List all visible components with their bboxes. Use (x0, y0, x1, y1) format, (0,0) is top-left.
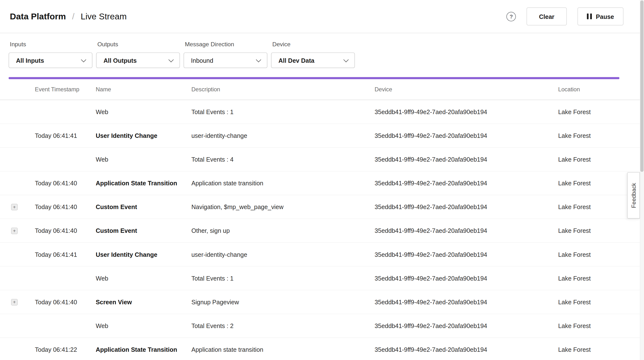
cell-location: Lake Forest (558, 156, 644, 163)
vertical-scrollbar[interactable] (640, 0, 644, 360)
cell-description: user-identity-change (192, 132, 375, 139)
pause-icon (587, 13, 592, 19)
cell-description: Total Events : 1 (192, 108, 375, 115)
table-body: Web Total Events : 1 35eddb41-9ff9-49e2-… (0, 100, 644, 360)
filter-dropdown[interactable]: Inbound (184, 53, 268, 68)
filter-label: Inputs (9, 41, 92, 47)
table-row[interactable]: Web Total Events : 4 35eddb41-9ff9-49e2-… (0, 148, 644, 171)
cell-description: Other, sign up (192, 227, 375, 234)
cell-description: Total Events : 2 (192, 322, 375, 329)
cell-device: 35eddb41-9ff9-49e2-7aed-20afa90eb194 (375, 251, 558, 258)
cell-name: Custom Event (96, 203, 191, 210)
expand-cell (0, 109, 35, 115)
col-location: Location (558, 86, 644, 93)
table-row[interactable]: + Today 06:41:40 Custom Event Navigation… (0, 195, 644, 219)
cell-description: Signup Pageview (192, 299, 375, 306)
cell-device: 35eddb41-9ff9-49e2-7aed-20afa90eb194 (375, 227, 558, 234)
cell-description: Application state transition (192, 180, 375, 186)
cell-name: User Identity Change (96, 132, 191, 139)
breadcrumb-separator: / (72, 11, 74, 21)
top-bar-actions: ? Clear Pause (506, 7, 623, 25)
filter-group: Message Direction Inbound (184, 41, 268, 68)
cell-device: 35eddb41-9ff9-49e2-7aed-20afa90eb194 (375, 275, 558, 282)
cell-description: Total Events : 4 (192, 156, 375, 163)
cell-name: Web (96, 322, 191, 329)
filter-selected-value: All Inputs (16, 57, 44, 64)
expand-row-button[interactable]: + (11, 203, 18, 210)
expand-row-button[interactable]: + (11, 227, 18, 234)
filter-bar: Inputs All Inputs Outputs All Outputs Me… (0, 33, 644, 68)
feedback-tab[interactable]: Feedback (627, 172, 640, 218)
cell-location: Lake Forest (558, 346, 644, 353)
cell-name: Web (96, 275, 191, 282)
cell-device: 35eddb41-9ff9-49e2-7aed-20afa90eb194 (375, 299, 558, 306)
cell-name: Application State Transition (96, 346, 191, 353)
cell-device: 35eddb41-9ff9-49e2-7aed-20afa90eb194 (375, 132, 558, 139)
table-row[interactable]: Web Total Events : 2 35eddb41-9ff9-49e2-… (0, 314, 644, 338)
table-row[interactable]: Web Total Events : 1 35eddb41-9ff9-49e2-… (0, 266, 644, 290)
cell-event-timestamp: Today 06:41:40 (35, 299, 96, 306)
cell-device: 35eddb41-9ff9-49e2-7aed-20afa90eb194 (375, 322, 558, 329)
cell-name: User Identity Change (96, 251, 191, 258)
pause-button[interactable]: Pause (577, 7, 623, 25)
cell-device: 35eddb41-9ff9-49e2-7aed-20afa90eb194 (375, 180, 558, 186)
col-event-timestamp: Event Timestamp (35, 86, 96, 93)
expand-cell (0, 180, 35, 186)
cell-location: Lake Forest (558, 299, 644, 306)
table-row[interactable]: Today 06:41:40 Application State Transit… (0, 172, 644, 195)
cell-location: Lake Forest (558, 227, 644, 234)
chevron-down-icon (81, 57, 86, 62)
live-stream-page: Data Platform / Live Stream ? Clear Paus… (0, 0, 644, 360)
filter-dropdown[interactable]: All Inputs (9, 53, 92, 68)
expand-cell (0, 346, 35, 353)
cell-description: Total Events : 1 (192, 275, 375, 282)
cell-event-timestamp: Today 06:41:41 (35, 132, 96, 139)
breadcrumb-section[interactable]: Data Platform (10, 11, 66, 21)
col-name: Name (96, 86, 191, 93)
filter-label: Message Direction (184, 41, 268, 47)
cell-location: Lake Forest (558, 251, 644, 258)
filter-dropdown[interactable]: All Outputs (96, 53, 180, 68)
cell-device: 35eddb41-9ff9-49e2-7aed-20afa90eb194 (375, 108, 558, 115)
clear-button[interactable]: Clear (526, 7, 566, 25)
table-row[interactable]: + Today 06:41:40 Screen View Signup Page… (0, 290, 644, 314)
table-row[interactable]: Today 06:41:22 Application State Transit… (0, 338, 644, 360)
breadcrumb: Data Platform / Live Stream (10, 11, 127, 21)
table-header: Event Timestamp Name Description Device … (0, 79, 644, 100)
table-row[interactable]: Today 06:41:41 User Identity Change user… (0, 243, 644, 266)
top-bar: Data Platform / Live Stream ? Clear Paus… (0, 0, 644, 33)
chevron-down-icon (168, 57, 174, 62)
expand-cell (0, 275, 35, 282)
expand-cell (0, 132, 35, 139)
cell-name: Web (96, 156, 191, 163)
cell-name: Web (96, 108, 191, 115)
chevron-down-icon (343, 57, 349, 62)
table-row[interactable]: Today 06:41:41 User Identity Change user… (0, 124, 644, 148)
cell-location: Lake Forest (558, 108, 644, 115)
filter-selected-value: Inbound (191, 57, 213, 64)
filter-selected-value: All Outputs (104, 57, 137, 64)
col-description: Description (192, 86, 375, 93)
cell-device: 35eddb41-9ff9-49e2-7aed-20afa90eb194 (375, 346, 558, 353)
scrollbar-thumb[interactable] (640, 0, 644, 172)
cell-event-timestamp: Today 06:41:22 (35, 346, 96, 353)
filter-selected-value: All Dev Data (278, 57, 314, 64)
filter-dropdown[interactable]: All Dev Data (271, 53, 355, 68)
filter-group: Inputs All Inputs (9, 41, 92, 68)
cell-device: 35eddb41-9ff9-49e2-7aed-20afa90eb194 (375, 203, 558, 210)
filter-label: Device (271, 41, 355, 47)
cell-name: Screen View (96, 299, 191, 306)
expand-row-button[interactable]: + (11, 299, 18, 305)
cell-description: user-identity-change (192, 251, 375, 258)
expand-cell (0, 251, 35, 258)
page-title: Live Stream (80, 11, 127, 21)
cell-device: 35eddb41-9ff9-49e2-7aed-20afa90eb194 (375, 156, 558, 163)
help-icon[interactable]: ? (506, 12, 516, 21)
expand-cell: + (0, 227, 35, 234)
cell-location: Lake Forest (558, 132, 644, 139)
table-row[interactable]: Web Total Events : 1 35eddb41-9ff9-49e2-… (0, 100, 644, 124)
expand-cell (0, 323, 35, 329)
filter-group: Device All Dev Data (271, 41, 355, 68)
cell-description: Navigation, $mp_web_page_view (192, 203, 375, 210)
table-row[interactable]: + Today 06:41:40 Custom Event Other, sig… (0, 219, 644, 243)
